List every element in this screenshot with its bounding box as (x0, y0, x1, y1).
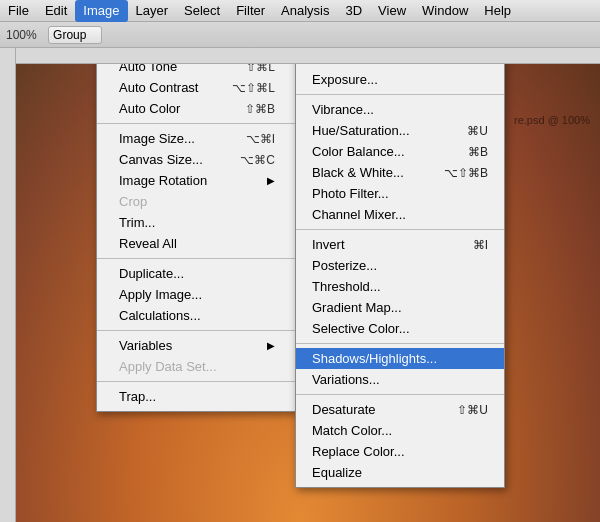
adjustments-submenu-wrapper: Brightness/Contrast... Levels... ⌘L Curv… (295, 1, 505, 488)
menu-item-reveal-all[interactable]: Reveal All (97, 233, 295, 254)
separator-3 (97, 258, 295, 259)
menubar: File Edit Image Layer Select Filter Anal… (0, 0, 600, 22)
submenu-shadows-highlights[interactable]: Shadows/Highlights... (296, 348, 504, 369)
layer-mode-select[interactable]: Group (48, 26, 102, 44)
menu-item-calculations[interactable]: Calculations... (97, 305, 295, 326)
submenu-gradient-map[interactable]: Gradient Map... (296, 297, 504, 318)
menu-item-canvas-size[interactable]: Canvas Size... ⌥⌘C (97, 149, 295, 170)
submenu-match-color[interactable]: Match Color... (296, 420, 504, 441)
separator-4 (97, 330, 295, 331)
toolbar-separator (41, 28, 44, 42)
menu-item-apply-data-set: Apply Data Set... (97, 356, 295, 377)
submenu-color-balance[interactable]: Color Balance... ⌘B (296, 141, 504, 162)
separator-5 (97, 381, 295, 382)
submenu-selective-color[interactable]: Selective Color... (296, 318, 504, 339)
menu-item-auto-contrast[interactable]: Auto Contrast ⌥⇧⌘L (97, 77, 295, 98)
menu-item-image-rotation[interactable]: Image Rotation ▶ (97, 170, 295, 191)
submenu-equalize[interactable]: Equalize (296, 462, 504, 483)
menu-select[interactable]: Select (176, 0, 228, 22)
submenu-threshold[interactable]: Threshold... (296, 276, 504, 297)
submenu-desaturate[interactable]: Desaturate ⇧⌘U (296, 399, 504, 420)
menu-item-duplicate[interactable]: Duplicate... (97, 263, 295, 284)
menu-edit[interactable]: Edit (37, 0, 75, 22)
submenu-hue-saturation[interactable]: Hue/Saturation... ⌘U (296, 120, 504, 141)
submenu-variations[interactable]: Variations... (296, 369, 504, 390)
menu-item-trap[interactable]: Trap... (97, 386, 295, 407)
menu-item-auto-color[interactable]: Auto Color ⇧⌘B (97, 98, 295, 119)
menu-image[interactable]: Image (75, 0, 127, 22)
canvas-title: re.psd @ 100% (514, 114, 590, 126)
menu-item-crop: Crop (97, 191, 295, 212)
ruler-vertical (0, 48, 16, 522)
separator-2 (97, 123, 295, 124)
submenu-black-white[interactable]: Black & White... ⌥⇧⌘B (296, 162, 504, 183)
toolbar: 100% Group (0, 22, 600, 48)
menu-view[interactable]: View (370, 0, 414, 22)
submenu-arrow-variables: ▶ (267, 340, 275, 351)
zoom-level: 100% (6, 28, 37, 42)
ruler-horizontal (0, 48, 600, 64)
submenu-invert[interactable]: Invert ⌘I (296, 234, 504, 255)
menu-item-trim[interactable]: Trim... (97, 212, 295, 233)
menu-item-apply-image[interactable]: Apply Image... (97, 284, 295, 305)
submenu-exposure[interactable]: Exposure... (296, 69, 504, 90)
menu-help[interactable]: Help (476, 0, 519, 22)
menu-window[interactable]: Window (414, 0, 476, 22)
adjustments-submenu: Brightness/Contrast... Levels... ⌘L Curv… (295, 1, 505, 488)
submenu-sep-4 (296, 394, 504, 395)
menu-file[interactable]: File (0, 0, 37, 22)
submenu-replace-color[interactable]: Replace Color... (296, 441, 504, 462)
submenu-sep-2 (296, 229, 504, 230)
menu-3d[interactable]: 3D (337, 0, 370, 22)
menu-item-image-size[interactable]: Image Size... ⌥⌘I (97, 128, 295, 149)
menu-layer[interactable]: Layer (128, 0, 177, 22)
menu-item-variables[interactable]: Variables ▶ (97, 335, 295, 356)
submenu-posterize[interactable]: Posterize... (296, 255, 504, 276)
menu-analysis[interactable]: Analysis (273, 0, 337, 22)
submenu-sep-1 (296, 94, 504, 95)
submenu-sep-3 (296, 343, 504, 344)
submenu-channel-mixer[interactable]: Channel Mixer... (296, 204, 504, 225)
menu-filter[interactable]: Filter (228, 0, 273, 22)
submenu-vibrance[interactable]: Vibrance... (296, 99, 504, 120)
submenu-arrow-rotation: ▶ (267, 175, 275, 186)
submenu-photo-filter[interactable]: Photo Filter... (296, 183, 504, 204)
